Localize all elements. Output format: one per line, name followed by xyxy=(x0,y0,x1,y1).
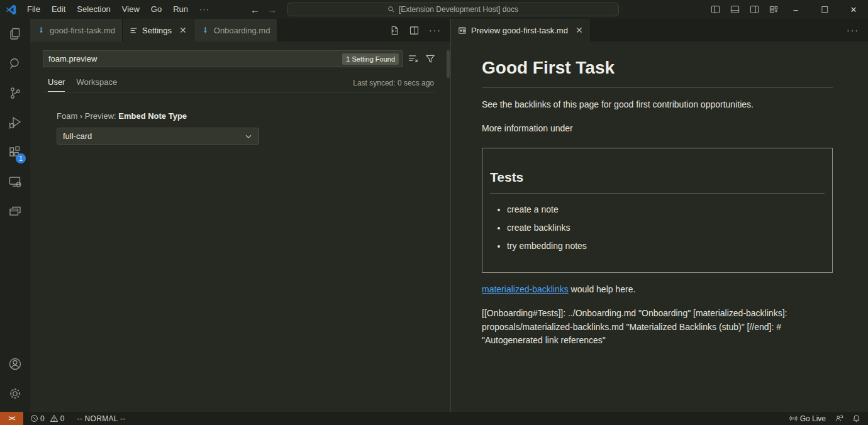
preview-heading: Good First Task xyxy=(482,54,833,88)
embedded-note-card: Tests create a note create backlinks try… xyxy=(482,148,833,273)
settings-gear-icon[interactable] xyxy=(0,378,30,408)
list-item: create a note xyxy=(507,203,825,217)
setting-title: Foam › Preview: Embed Note Type xyxy=(57,111,435,121)
tweet-feedback-button[interactable] xyxy=(830,412,848,425)
menu-go[interactable]: Go xyxy=(145,3,167,16)
search-icon xyxy=(387,6,395,13)
customize-layout-icon[interactable] xyxy=(769,5,779,14)
tab-label: Preview good-first-task.md xyxy=(471,26,568,35)
menu-bar: File Edit Selection View Go Run ··· xyxy=(21,3,215,16)
selected-value: full-card xyxy=(63,131,92,141)
menu-overflow[interactable]: ··· xyxy=(194,3,215,16)
extensions-icon[interactable]: 1 xyxy=(0,137,30,167)
run-debug-icon[interactable] xyxy=(0,108,30,137)
command-center-label: [Extension Development Host] docs xyxy=(399,5,518,14)
toggle-secondary-sidebar-icon[interactable] xyxy=(750,5,759,14)
embedded-note-title: Tests xyxy=(490,167,825,194)
account-icon[interactable] xyxy=(0,349,30,378)
minimize-button[interactable]: – xyxy=(781,0,810,19)
settings-editor-icon xyxy=(130,26,138,35)
list-item: create backlinks xyxy=(507,221,825,235)
command-center-search[interactable]: [Extension Development Host] docs xyxy=(287,3,619,16)
settings-scrollbar[interactable] xyxy=(447,50,450,78)
tab-good-first-task[interactable]: good-first-task.md xyxy=(30,19,123,41)
link-suffix-text: would help here. xyxy=(569,284,636,294)
remote-explorer-icon[interactable] xyxy=(0,167,30,196)
preview-paragraph: More information under xyxy=(482,122,833,136)
extensions-badge: 1 xyxy=(16,153,26,163)
status-bar: >< 0 0 -- NORMAL -- Go Live xyxy=(0,412,868,425)
materialized-backlinks-link[interactable]: materialized-backlinks xyxy=(482,284,569,294)
notifications-bell-button[interactable] xyxy=(848,412,868,425)
source-control-icon[interactable] xyxy=(0,78,30,108)
setting-category: Foam › Preview: xyxy=(57,111,118,121)
search-view-icon[interactable] xyxy=(0,48,30,78)
bell-icon xyxy=(852,414,860,422)
setting-name: Embed Note Type xyxy=(118,111,187,121)
tab-label: Settings xyxy=(142,26,172,35)
chevron-down-icon xyxy=(244,132,253,141)
clear-settings-search-icon[interactable] xyxy=(408,54,419,63)
warning-count: 0 xyxy=(60,414,65,423)
tab-label: good-first-task.md xyxy=(50,26,115,35)
left-tab-bar: good-first-task.md Settings ✕ Onboarding… xyxy=(30,19,450,41)
settings-editor: 1 Setting Found User Workspace Last sync… xyxy=(30,41,450,412)
close-tab-icon[interactable]: ✕ xyxy=(576,26,583,35)
menu-selection[interactable]: Selection xyxy=(71,3,116,16)
tab-preview-good-first-task[interactable]: Preview good-first-task.md ✕ xyxy=(451,19,591,41)
close-tab-icon[interactable]: ✕ xyxy=(179,26,187,35)
error-count: 0 xyxy=(40,414,45,423)
broadcast-icon xyxy=(789,414,798,422)
more-actions-icon[interactable]: ··· xyxy=(429,25,442,35)
settings-sync-status: Last synced: 0 secs ago xyxy=(353,79,434,92)
link-references-paragraph: [[Onboarding#Tests]]: ../Onboarding.md "… xyxy=(482,307,833,348)
embedded-note-list: create a note create backlinks try embed… xyxy=(490,203,825,253)
embed-note-type-select[interactable]: full-card xyxy=(57,128,259,145)
filter-settings-icon[interactable] xyxy=(425,54,435,63)
editor-windows-icon[interactable] xyxy=(0,196,30,226)
vim-mode-indicator[interactable]: -- NORMAL -- xyxy=(73,412,129,425)
settings-search-box: 1 Setting Found xyxy=(43,50,403,67)
setting-row-embed-note-type: Foam › Preview: Embed Note Type full-car… xyxy=(43,111,435,145)
errors-icon xyxy=(30,414,38,422)
settings-result-count-badge: 1 Setting Found xyxy=(342,53,399,65)
tab-settings[interactable]: Settings ✕ xyxy=(123,19,194,41)
editor-group-right: Preview good-first-task.md ✕ ··· Good Fi… xyxy=(451,19,868,412)
tab-label: Onboarding.md xyxy=(214,26,270,35)
close-window-button[interactable]: ✕ xyxy=(839,0,868,19)
menu-view[interactable]: View xyxy=(116,3,145,16)
markdown-preview: Good First Task See the backlinks of thi… xyxy=(451,41,868,412)
menu-run[interactable]: Run xyxy=(167,3,194,16)
explorer-icon[interactable] xyxy=(0,19,30,48)
toggle-panel-icon[interactable] xyxy=(730,5,740,14)
go-live-label: Go Live xyxy=(800,414,826,423)
split-editor-icon[interactable] xyxy=(409,26,419,35)
vscode-logo-icon xyxy=(0,0,21,19)
preview-paragraph: See the backlinks of this page for good … xyxy=(482,98,833,112)
scope-tab-workspace[interactable]: Workspace xyxy=(76,77,117,92)
right-tab-bar: Preview good-first-task.md ✕ ··· xyxy=(451,19,868,41)
navigate-forward-icon[interactable]: → xyxy=(267,4,277,15)
editor-group-left: good-first-task.md Settings ✕ Onboarding… xyxy=(30,19,451,412)
go-live-button[interactable]: Go Live xyxy=(785,412,830,425)
toggle-sidebar-icon[interactable] xyxy=(711,5,720,14)
feedback-icon xyxy=(835,414,843,422)
markdown-file-icon xyxy=(37,26,45,35)
markdown-preview-icon xyxy=(458,26,467,35)
titlebar: File Edit Selection View Go Run ··· ← → … xyxy=(0,0,868,19)
open-settings-json-icon[interactable] xyxy=(390,26,399,35)
settings-scope-tabs: User Workspace Last synced: 0 secs ago xyxy=(43,76,435,92)
remote-indicator[interactable]: >< xyxy=(0,412,23,425)
menu-file[interactable]: File xyxy=(21,3,46,16)
menu-edit[interactable]: Edit xyxy=(46,3,71,16)
more-actions-icon[interactable]: ··· xyxy=(847,25,859,35)
problems-status[interactable]: 0 0 xyxy=(26,412,68,425)
activity-bar: 1 xyxy=(0,19,30,412)
list-item: try embedding notes xyxy=(507,240,825,253)
preview-paragraph: materialized-backlinks would help here. xyxy=(482,283,833,297)
scope-tab-user[interactable]: User xyxy=(48,77,65,92)
settings-search-input[interactable] xyxy=(48,54,342,63)
navigate-back-icon[interactable]: ← xyxy=(250,4,260,15)
tab-onboarding[interactable]: Onboarding.md xyxy=(194,19,278,41)
maximize-button[interactable]: ☐ xyxy=(810,0,839,19)
